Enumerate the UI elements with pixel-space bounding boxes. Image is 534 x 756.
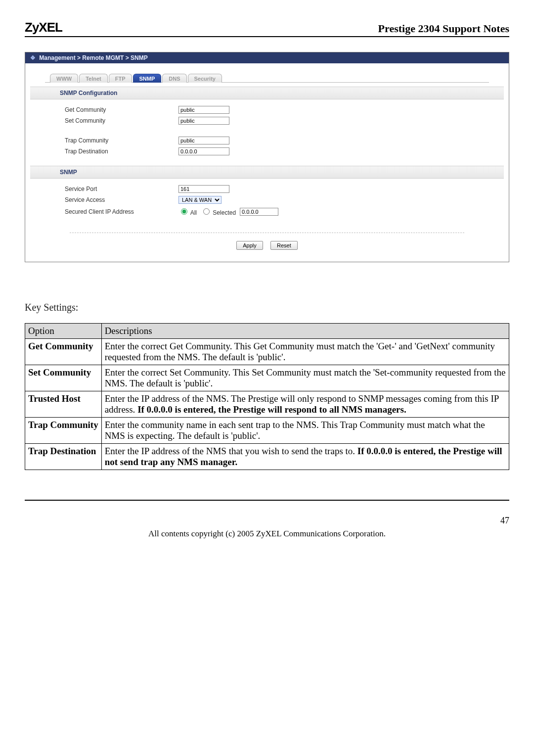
tab-www[interactable]: WWW [50, 74, 78, 83]
reset-button[interactable]: Reset [270, 241, 298, 250]
tab-ftp[interactable]: FTP [109, 74, 132, 83]
service-access-select[interactable]: LAN & WAN [178, 196, 222, 204]
apply-button[interactable]: Apply [236, 241, 263, 250]
key-settings-table: Option Descriptions Get Community Enter … [25, 323, 509, 470]
set-community-label: Set Community [65, 117, 178, 124]
doc-title: Prestige 2304 Support Notes [378, 22, 509, 35]
desc-trap-community: Enter the community name in each sent tr… [101, 418, 509, 444]
service-access-label: Service Access [65, 196, 178, 203]
radio-selected[interactable] [203, 208, 210, 215]
desc-trap-destination: Enter the IP address of the NMS that you… [101, 444, 509, 470]
radio-selected-text: Selected [213, 209, 236, 216]
set-community-input[interactable] [178, 117, 229, 125]
opt-trusted-host: Trusted Host [25, 391, 102, 418]
radio-all-label[interactable]: All [178, 207, 197, 216]
diamond-icon: ❖ [30, 54, 36, 61]
tab-bar: WWW Telnet FTP SNMP DNS Security [45, 73, 489, 83]
key-settings-heading: Key Settings: [25, 302, 509, 313]
tab-security[interactable]: Security [188, 74, 222, 83]
col-descriptions: Descriptions [101, 324, 509, 339]
desc-set-community: Enter the correct Set Community. This Se… [101, 365, 509, 391]
desc-get-community: Enter the correct Get Community. This Ge… [101, 339, 509, 365]
get-community-input[interactable] [178, 106, 229, 114]
section-snmp-configuration: SNMP Configuration [30, 87, 504, 99]
radio-all-text: All [190, 209, 197, 216]
trap-destination-input[interactable] [178, 147, 229, 155]
radio-selected-label[interactable]: Selected [201, 207, 236, 216]
tab-telnet[interactable]: Telnet [79, 74, 108, 83]
tab-snmp[interactable]: SNMP [133, 74, 162, 83]
logo: ZyXEL [25, 20, 62, 35]
opt-trap-community: Trap Community [25, 418, 102, 444]
desc-trap-destination-pre: Enter the IP address of the NMS that you… [105, 446, 357, 456]
radio-all[interactable] [181, 208, 187, 215]
secured-ip-input[interactable] [240, 208, 278, 216]
col-option: Option [25, 324, 102, 339]
table-row: Get Community Enter the correct Get Comm… [25, 339, 509, 365]
secured-ip-label: Secured Client IP Address [65, 208, 178, 215]
breadcrumb-text: Management > Remote MGMT > SNMP [39, 54, 147, 61]
desc-trusted-host: Enter the IP address of the NMS. The Pre… [101, 391, 509, 418]
table-row: Trap Community Enter the community name … [25, 418, 509, 444]
desc-trusted-host-bold: If 0.0.0.0 is entered, the Prestige will… [137, 404, 406, 415]
get-community-label: Get Community [65, 106, 178, 113]
opt-get-community: Get Community [25, 339, 102, 365]
router-config-screenshot: ❖ Management > Remote MGMT > SNMP WWW Te… [25, 52, 509, 262]
tab-dns[interactable]: DNS [162, 74, 186, 83]
trap-community-label: Trap Community [65, 137, 178, 144]
service-port-label: Service Port [65, 186, 178, 192]
table-row: Set Community Enter the correct Set Comm… [25, 365, 509, 391]
table-row: Trap Destination Enter the IP address of… [25, 444, 509, 470]
page-number: 47 [25, 516, 509, 526]
breadcrumb: ❖ Management > Remote MGMT > SNMP [25, 52, 509, 63]
trap-community-input[interactable] [178, 137, 229, 144]
copyright: All contents copyright (c) 2005 ZyXEL Co… [25, 529, 509, 539]
table-row: Trusted Host Enter the IP address of the… [25, 391, 509, 418]
trap-destination-label: Trap Destination [65, 148, 178, 155]
service-port-input[interactable] [178, 185, 229, 193]
section-snmp: SNMP [30, 166, 504, 179]
opt-set-community: Set Community [25, 365, 102, 391]
opt-trap-destination: Trap Destination [25, 444, 102, 470]
